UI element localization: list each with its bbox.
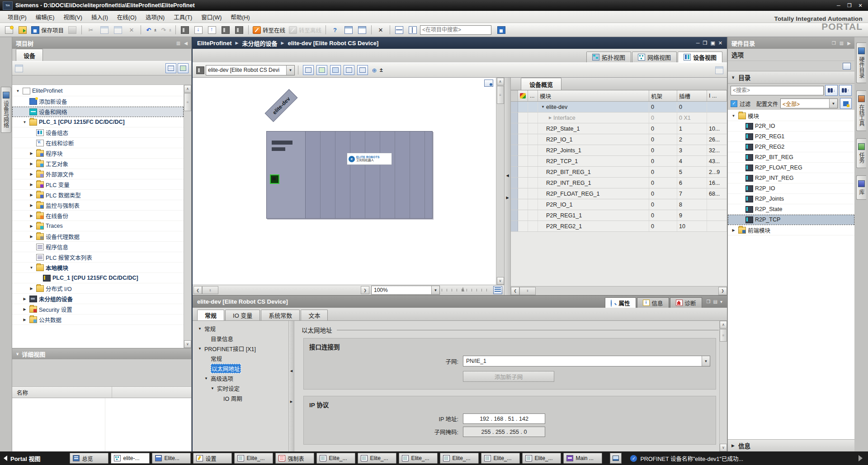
minimize-window-icon[interactable]: ─ xyxy=(835,3,842,9)
scroll-up-icon[interactable]: ∧ xyxy=(497,78,504,85)
taskbar-item[interactable]: elite-... xyxy=(111,453,150,464)
scroll-right-icon[interactable]: ❯ xyxy=(361,286,369,294)
project-tree-item[interactable]: ▶ Traces xyxy=(12,221,184,231)
taskbar-item[interactable]: Elite_... xyxy=(358,453,396,464)
device-overview-row[interactable]: P2R_REG1_1 0 9 xyxy=(511,210,727,221)
show-addresses-button[interactable] xyxy=(303,65,314,75)
redo-button[interactable]: ↷± xyxy=(159,24,173,35)
properties-nav-item[interactable]: IO 周期 xyxy=(193,393,288,403)
status-message[interactable]: ✓ PROFINET 设备名称"elite-dev1"已成功... xyxy=(630,454,856,463)
splitter-right-icon[interactable]: ▶ xyxy=(506,196,509,200)
subtab-general[interactable]: 常规 xyxy=(197,310,224,320)
catalog-tree-item[interactable]: R2P_INT_REG xyxy=(728,173,854,183)
module-cell[interactable]: ▼elite-dev xyxy=(538,102,649,112)
expander-icon[interactable]: ▼ xyxy=(197,347,203,351)
expander-icon[interactable]: ▶ xyxy=(28,235,34,239)
maximize-window-icon[interactable]: ❒ xyxy=(846,3,853,9)
tasks-side-tab[interactable]: 任务 xyxy=(856,138,866,168)
expander-icon[interactable]: ▶ xyxy=(28,203,34,207)
menu-item[interactable]: 工具(T) xyxy=(170,11,196,23)
expander-icon[interactable]: ▶ xyxy=(731,228,736,232)
module-column[interactable]: 模块 xyxy=(538,90,649,101)
device-canvas[interactable]: elite-dev e xyxy=(193,78,496,285)
close-window-icon[interactable]: ✕ xyxy=(857,3,863,9)
collapse-panel-icon[interactable]: ◀ xyxy=(184,41,188,46)
expander-icon[interactable]: ▼ xyxy=(22,120,28,124)
libraries-side-tab[interactable]: 库 xyxy=(856,175,866,200)
new-folder-icon[interactable] xyxy=(15,65,23,72)
scroll-up-icon[interactable]: ∧ xyxy=(184,85,191,93)
breadcrumb-project[interactable]: EliteProfinet xyxy=(197,40,232,47)
search-up-button[interactable]: ↑ xyxy=(839,85,852,96)
project-tree-item[interactable]: ▼ 本地模块 xyxy=(12,263,184,273)
breadcrumb-device[interactable]: elite-dev [Elite Robot CS Device] xyxy=(288,40,378,47)
project-tree-item[interactable]: 设备和网络 xyxy=(12,107,184,117)
catalog-tree-item[interactable]: R2P_BIT_REG xyxy=(728,152,854,163)
catalog-window-icon[interactable] xyxy=(843,63,851,70)
module-cell[interactable]: R2P_TCP_1 xyxy=(538,156,649,166)
properties-nav-item[interactable]: 目录信息 xyxy=(193,333,288,343)
project-tree-item[interactable]: 在线和诊断 xyxy=(12,138,184,148)
menu-item[interactable]: 在线(O) xyxy=(113,11,141,23)
catalog-tree-item[interactable]: P2R_IO xyxy=(728,121,854,132)
expander-icon[interactable]: ▶ xyxy=(28,214,34,218)
dots-column[interactable]: ... xyxy=(528,90,538,101)
module-cell[interactable]: ▶Interface xyxy=(538,113,649,123)
project-tree-scrollbar[interactable]: ∧ ≡ ∨ xyxy=(184,85,191,348)
scroll-left-icon[interactable]: ❮ xyxy=(193,286,202,294)
device-overview-row[interactable]: R2P_IO_1 0 2 26... xyxy=(511,134,727,145)
taskbar-item[interactable]: Elite_... xyxy=(316,453,355,464)
project-tree-item[interactable]: ▶ 外部源文件 xyxy=(12,169,184,179)
properties-float-icon[interactable]: ❒ xyxy=(707,299,711,304)
project-tree-item[interactable]: ▶ 未分组的设备 xyxy=(12,294,184,304)
taskbar-item[interactable]: Elite_... xyxy=(399,453,438,464)
slot-column[interactable]: 插槽 xyxy=(677,90,707,101)
project-tree-item[interactable]: ▶ 程序块 xyxy=(12,148,184,159)
device-name-tag[interactable]: elite-dev xyxy=(265,89,298,122)
module-cell[interactable]: R2P_State_1 xyxy=(538,123,649,134)
taskbar-item[interactable]: Elite_... xyxy=(522,453,561,464)
details-view-header[interactable]: ∨ 详细视图 xyxy=(12,348,191,359)
subnet-mask-input[interactable]: 255 . 255 . 255 . 0 xyxy=(463,427,545,437)
stop-simulation-button[interactable] xyxy=(356,24,368,35)
properties-nav-item[interactable]: 常规 xyxy=(193,353,288,363)
device-properties-icon[interactable] xyxy=(484,80,493,87)
expander-icon[interactable]: ▶ xyxy=(22,297,28,301)
download-to-device-button[interactable] xyxy=(192,24,205,35)
project-tree-item[interactable]: PLC 报警文本列表 xyxy=(12,252,184,263)
add-subnet-button[interactable]: 添加新子网 xyxy=(463,371,554,382)
expander-icon[interactable]: ▼ xyxy=(28,266,34,270)
project-tree-item[interactable]: ▶ 设备代理数据 xyxy=(12,231,184,242)
menu-item[interactable]: 帮助(H) xyxy=(226,11,254,23)
scroll-up-icon[interactable]: ∧ xyxy=(720,321,727,329)
taskbar-item[interactable]: Elite... xyxy=(152,453,191,464)
taskbar-item[interactable]: Elite_... xyxy=(234,453,273,464)
menu-item[interactable]: 项目(P) xyxy=(4,11,31,23)
menu-item[interactable]: 选项(N) xyxy=(142,11,169,23)
scroll-right-icon[interactable]: ❯ xyxy=(718,287,727,295)
device-overview-row[interactable]: R2P_BIT_REG_1 0 5 2...9 xyxy=(511,167,727,178)
project-tree-item[interactable]: ▶ PLC 变量 xyxy=(12,179,184,190)
expander-icon[interactable]: ▼ xyxy=(731,114,736,118)
zoom-level-select[interactable]: 100% ▼ xyxy=(371,286,440,295)
catalog-search-input[interactable] xyxy=(731,86,824,95)
menu-item[interactable]: 插入(I) xyxy=(87,11,112,23)
start-cpu-button[interactable] xyxy=(219,24,232,35)
tab-properties[interactable]: 属性 xyxy=(605,297,636,308)
catalog-tree-item[interactable]: P2R_REG1 xyxy=(728,132,854,142)
filter-settings-button[interactable] xyxy=(840,98,852,109)
details-columns-button[interactable] xyxy=(165,63,176,73)
save-project-button[interactable]: 保存项目 xyxy=(30,24,65,35)
stop-cpu-button[interactable] xyxy=(233,24,245,35)
new-project-button[interactable] xyxy=(3,24,15,35)
ip-address-input[interactable]: 192 . 168 . 51 . 142 xyxy=(463,413,545,424)
split-editor-horizontal-button[interactable] xyxy=(393,24,406,35)
project-tree-item[interactable]: PLC_1 [CPU 1215FC DC/DC/DC] xyxy=(12,273,184,283)
profinet-port-icon[interactable] xyxy=(270,174,279,184)
device-overview-row[interactable]: R2P_State_1 0 1 10... xyxy=(511,123,727,134)
module-cell[interactable]: P2R_IO_1 xyxy=(538,199,649,210)
filter-checkbox[interactable]: ✓ xyxy=(731,100,737,107)
expander-icon[interactable]: ▶ xyxy=(28,224,34,228)
editor-minimize-icon[interactable]: ─ xyxy=(696,40,700,46)
undo-button[interactable]: ↶± xyxy=(144,24,158,35)
